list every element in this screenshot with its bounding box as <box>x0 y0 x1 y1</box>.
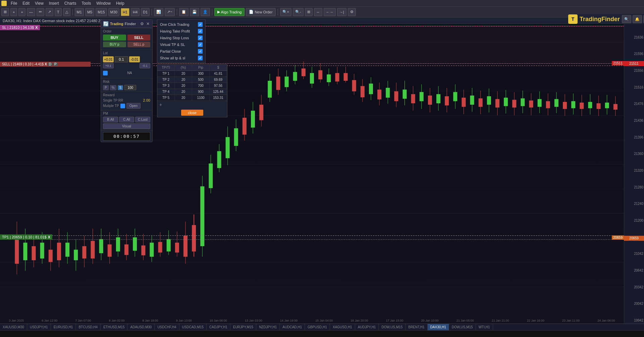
tab-xagusd[interactable]: XAGUSD,H1 <box>330 324 355 331</box>
toolbar-auto-scroll[interactable]: ↔ <box>314 8 322 16</box>
tp-close-button[interactable]: close <box>181 110 203 116</box>
tab-eurusd[interactable]: EURUSD,H1 <box>51 324 76 331</box>
tp-cell-pct-3[interactable]: 20 <box>175 89 192 95</box>
tf-m1[interactable]: M1 <box>75 8 84 16</box>
lot-plus01-btn[interactable]: +0.01 <box>103 56 114 62</box>
tab-gbpusd[interactable]: GBPUSD,H1 <box>305 324 330 331</box>
tp1-close-btn[interactable]: X <box>48 235 50 239</box>
tp-cell-pct-1[interactable]: 20 <box>175 77 192 82</box>
tab-ethusd[interactable]: ETHUSD,M15 <box>101 324 127 331</box>
lot-minus1-btn[interactable]: -0.1 <box>140 63 150 68</box>
tab-nzdjpy[interactable]: NZDJPY,H1 <box>256 324 280 331</box>
tp-cell-pip-3[interactable]: 900 <box>192 89 210 95</box>
sell-button[interactable]: SELL <box>127 35 151 41</box>
tab-audjpy[interactable]: AUDJPY,H1 <box>355 324 379 331</box>
option-check-1[interactable]: ✓ <box>198 29 203 34</box>
risk-percent-btn[interactable]: % <box>110 85 116 90</box>
sell-close-btn[interactable]: X <box>45 62 47 66</box>
toolbar-forward[interactable]: →| <box>337 8 346 16</box>
pm-ball-btn[interactable]: B.All <box>103 117 118 122</box>
toolbar-save[interactable]: 💾 <box>190 8 199 16</box>
toolbar-chart-type[interactable]: 📊 <box>154 8 163 16</box>
tp-add-button[interactable]: + <box>159 102 162 107</box>
panel-close-btn[interactable]: ✕ <box>146 21 150 26</box>
menu-tools[interactable]: Tools <box>79 1 94 6</box>
tab-btcusd[interactable]: BTCUSD,H4 <box>76 324 101 331</box>
tp-cell-pip-0[interactable]: 300 <box>192 71 210 76</box>
tab-adausd[interactable]: ADAUSD,M30 <box>127 324 155 331</box>
toolbar-zoom-out[interactable]: 🔍- <box>293 8 304 16</box>
toolbar-settings[interactable]: ⚙ <box>348 8 356 16</box>
multiple-tp-toggle[interactable] <box>120 104 125 108</box>
tab-dow-m15[interactable]: DOW,US,M15 <box>379 324 406 331</box>
tp-cell-pct-0[interactable]: 20 <box>175 71 192 76</box>
tab-audcad[interactable]: AUDCAD,H1 <box>280 324 305 331</box>
search-btn[interactable]: 🔍 <box>622 15 631 23</box>
toolbar-profile[interactable]: 👤 <box>201 8 210 16</box>
menu-edit[interactable]: Edit <box>20 1 32 6</box>
tab-xauusd[interactable]: XAUUSD,M30 <box>0 324 27 331</box>
tf-m15[interactable]: M15 <box>96 8 107 16</box>
toolbar-text[interactable]: T <box>55 8 62 16</box>
toolbar-shapes[interactable]: △ <box>63 8 70 16</box>
buy-button[interactable]: BUY <box>103 35 126 41</box>
tab-wti[interactable]: WTI,H1 <box>476 324 493 331</box>
option-check-3[interactable]: ✓ <box>198 42 203 47</box>
lot-toggle[interactable] <box>103 71 108 75</box>
toolbar-indicator[interactable]: ↗~ <box>165 8 174 16</box>
toolbar-back[interactable]: ←→ <box>324 8 336 16</box>
notification-btn[interactable]: 🔔 <box>633 15 642 23</box>
tf-m30[interactable]: M30 <box>108 8 119 16</box>
option-check-4[interactable]: ✓ <box>198 49 203 54</box>
new-order-button[interactable]: 📄 New Order <box>246 8 275 16</box>
open-tp-btn[interactable]: Open <box>126 103 141 109</box>
sl-close-btn[interactable]: X <box>35 25 38 30</box>
lot-minus01-btn[interactable]: -0.01 <box>129 56 140 62</box>
tp-cell-pct-4[interactable]: 20 <box>175 95 192 101</box>
tab-dow-m15-2[interactable]: DOW,US,M15 <box>449 324 476 331</box>
toolbar-line[interactable]: — <box>27 8 35 16</box>
risk-s-btn[interactable]: S <box>118 85 123 90</box>
tab-brent[interactable]: BRENT,H1 <box>406 324 427 331</box>
toolbar-add[interactable]: + <box>10 8 17 16</box>
option-check-0[interactable]: ✓ <box>198 22 203 27</box>
tp-cell-pip-4[interactable]: 1100 <box>192 95 210 101</box>
toolbar-arrow[interactable]: ↗ <box>46 8 53 16</box>
algo-trading-button[interactable]: ▶ Algo Trading <box>214 8 245 16</box>
menu-view[interactable]: View <box>32 1 46 6</box>
menu-window[interactable]: Window <box>94 1 113 6</box>
tab-usdjpy[interactable]: USDJPY,H1 <box>27 324 51 331</box>
tab-dax30[interactable]: DAX30,H1 <box>428 324 449 331</box>
toolbar-zoom-in[interactable]: 🔍+ <box>280 8 291 16</box>
menu-insert[interactable]: Insert <box>46 1 62 6</box>
pm-clast-btn[interactable]: C.Last <box>135 117 150 122</box>
pm-call-btn[interactable]: C.All <box>119 117 134 122</box>
tab-eurjpy[interactable]: EURJPY,M15 <box>230 324 256 331</box>
toolbar-crosshair[interactable]: + <box>18 8 25 16</box>
panel-settings-btn[interactable]: ⚙ <box>140 21 144 26</box>
tab-cadjpy[interactable]: CADJPY,H1 <box>207 324 230 331</box>
tp-cell-pip-2[interactable]: 700 <box>192 83 210 89</box>
menu-help[interactable]: Help <box>113 1 127 6</box>
buyp-button[interactable]: BUY p <box>103 42 126 47</box>
menu-file[interactable]: File <box>8 1 20 6</box>
tab-usdcad[interactable]: USDCAD,M15 <box>179 324 207 331</box>
tp-cell-pct-2[interactable]: 20 <box>175 83 192 89</box>
tab-usdchf[interactable]: USDCHF,H4 <box>155 324 179 331</box>
toolbar-grid[interactable]: ⊞ <box>305 8 313 16</box>
lot-input[interactable] <box>115 56 128 62</box>
toolbar-template[interactable]: 📋 <box>179 8 189 16</box>
tf-h1[interactable]: H1 <box>121 8 129 16</box>
risk-p-btn[interactable]: P <box>103 85 109 90</box>
toolbar-pen[interactable]: ✏ <box>37 8 44 16</box>
sell-d-btn[interactable]: D <box>48 62 52 66</box>
tp-cell-pip-1[interactable]: 500 <box>192 77 210 82</box>
sell-p-btn[interactable]: P <box>53 62 58 66</box>
panel-header[interactable]: 🔄 Trading Finder ⚙ ✕ <box>101 20 152 28</box>
sellp-button[interactable]: SELL p <box>127 42 151 47</box>
tf-h4[interactable]: H4 <box>131 8 140 16</box>
tf-m5[interactable]: M5 <box>85 8 94 16</box>
lot-plus1-btn[interactable]: +0.1 <box>103 63 114 68</box>
toolbar-new-chart[interactable]: ⊞ <box>1 8 9 16</box>
option-check-5[interactable]: ✓ <box>198 56 203 60</box>
